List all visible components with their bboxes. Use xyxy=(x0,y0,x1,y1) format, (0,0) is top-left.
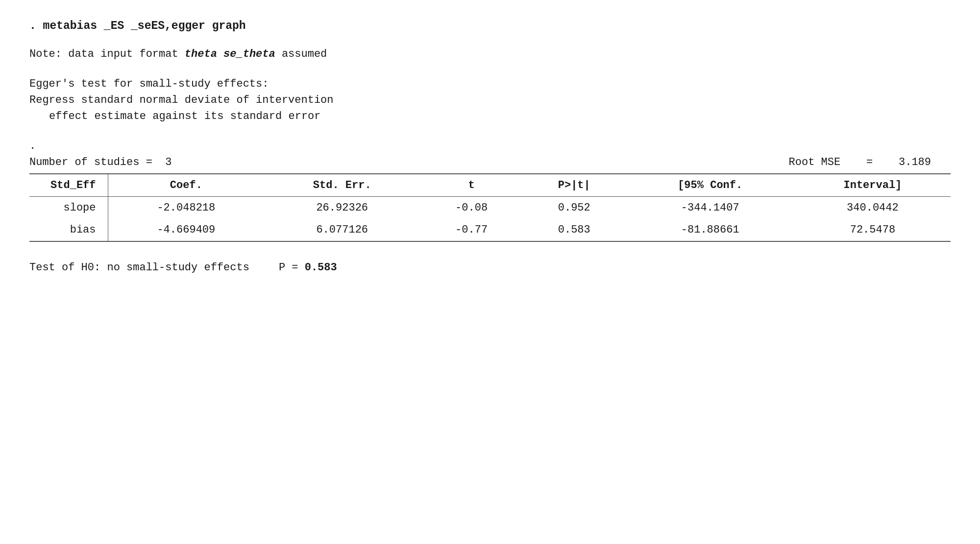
studies-label: Number of studies = xyxy=(29,156,152,168)
row-bias-ci-low: -81.88661 xyxy=(626,219,795,241)
row-bias-coef: -4.669409 xyxy=(108,219,264,241)
row-slope-t: -0.08 xyxy=(420,197,523,219)
studies-summary: Number of studies = 3 xyxy=(29,156,172,168)
col-coef: Coef. xyxy=(108,174,264,197)
table-row: bias -4.669409 6.077126 -0.77 0.583 -81.… xyxy=(29,219,951,241)
egger-line3: effect estimate against its standard err… xyxy=(29,108,951,124)
col-p: P>|t| xyxy=(523,174,626,197)
note-suffix: assumed xyxy=(275,48,327,60)
row-bias-stderr: 6.077126 xyxy=(264,219,420,241)
results-table: Std_Eff Coef. Std. Err. t P>|t| [95% Con… xyxy=(29,173,951,242)
studies-value: 3 xyxy=(165,156,172,168)
col-std-err: Std. Err. xyxy=(264,174,420,197)
col-ci-high: Interval] xyxy=(795,174,951,197)
row-slope-label: slope xyxy=(29,197,108,219)
egger-line2: Regress standard normal deviate of inter… xyxy=(29,92,951,108)
mse-value: 3.189 xyxy=(899,156,931,168)
row-bias-ci-high: 72.5478 xyxy=(795,219,951,241)
test-row: Test of H0: no small-study effects P = 0… xyxy=(29,261,951,274)
test-p-label: P = xyxy=(279,261,298,274)
row-slope-coef: -2.048218 xyxy=(108,197,264,219)
command-text: . metabias _ES _seES,egger graph xyxy=(29,20,246,32)
command-line: . metabias _ES _seES,egger graph xyxy=(29,20,951,32)
mse-eq: = xyxy=(866,156,873,168)
row-slope-ci-high: 340.0442 xyxy=(795,197,951,219)
row-bias-label: bias xyxy=(29,219,108,241)
egger-section: Egger's test for small-study effects: Re… xyxy=(29,76,951,124)
egger-line1: Egger's test for small-study effects: xyxy=(29,76,951,92)
row-bias-p: 0.583 xyxy=(523,219,626,241)
table-header-row: Std_Eff Coef. Std. Err. t P>|t| [95% Con… xyxy=(29,174,951,197)
col-t: t xyxy=(420,174,523,197)
egger-line3-text: effect estimate against its standard err… xyxy=(49,110,321,122)
note-prefix: Note: data input format xyxy=(29,48,185,60)
table-row: slope -2.048218 26.92326 -0.08 0.952 -34… xyxy=(29,197,951,219)
test-label: Test of H0: no small-study effects xyxy=(29,261,249,274)
note-line: Note: data input format theta se_theta a… xyxy=(29,48,951,60)
summary-row: Number of studies = 3 Root MSE = 3.189 xyxy=(29,156,951,171)
test-p: P = 0.583 xyxy=(279,261,337,274)
test-p-value: 0.583 xyxy=(305,261,337,274)
row-slope-ci-low: -344.1407 xyxy=(626,197,795,219)
row-slope-stderr: 26.92326 xyxy=(264,197,420,219)
mse-label: Root MSE xyxy=(789,156,841,168)
dot-line: . xyxy=(29,140,951,152)
dot-char: . xyxy=(29,140,36,152)
col-std-eff: Std_Eff xyxy=(29,174,108,197)
row-slope-p: 0.952 xyxy=(523,197,626,219)
note-italic: theta se_theta xyxy=(185,48,275,60)
row-bias-t: -0.77 xyxy=(420,219,523,241)
col-ci-low: [95% Conf. xyxy=(626,174,795,197)
mse-summary: Root MSE = 3.189 xyxy=(789,156,931,168)
